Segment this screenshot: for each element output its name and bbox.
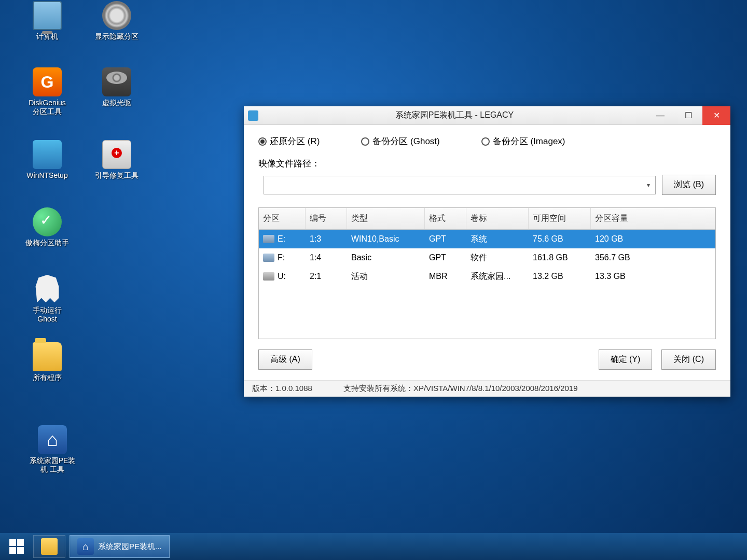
- desktop-icon-winntsetup[interactable]: WinNTSetup: [24, 140, 71, 180]
- ok-button[interactable]: 确定 (Y): [599, 349, 653, 370]
- cell-id: 1:4: [306, 253, 347, 262]
- cell-label: 软件: [466, 253, 529, 263]
- app-icon: [248, 110, 258, 121]
- close-button[interactable]: ✕: [702, 106, 730, 125]
- folder-icon: [41, 538, 58, 555]
- header-id[interactable]: 编号: [306, 208, 347, 229]
- icon-label: 引导修复工具: [95, 171, 139, 180]
- table-header: 分区 编号 类型 格式 卷标 可用空间 分区容量: [259, 208, 715, 230]
- start-button[interactable]: [4, 536, 29, 557]
- toolbox-icon: [102, 140, 131, 169]
- header-size[interactable]: 分区容量: [591, 208, 715, 229]
- ghost-icon: [33, 275, 62, 304]
- desktop-icon-ghost[interactable]: 手动运行 Ghost: [24, 275, 71, 324]
- image-path-row: 映像文件路径：: [258, 158, 716, 170]
- desktop-icon-aomei[interactable]: 傲梅分区助手: [24, 207, 71, 247]
- window-content: 还原分区 (R) 备份分区 (Ghost) 备份分区 (Imagex) 映像文件…: [244, 125, 730, 380]
- support-text: 支持安装所有系统：XP/VISTA/WIN7/8/8.1/10/2003/200…: [343, 384, 578, 394]
- header-type[interactable]: 类型: [347, 208, 425, 229]
- icon-label: 系统家园PE装 机 工具: [30, 456, 76, 474]
- taskbar-file-manager[interactable]: [33, 535, 65, 558]
- table-row[interactable]: E: 1:3 WIN10,Basic GPT 系统 75.6 GB 120 GB: [259, 230, 715, 248]
- cell-size: 120 GB: [591, 234, 715, 244]
- cell-free: 75.6 GB: [529, 234, 591, 244]
- icon-label: WinNTSetup: [26, 171, 67, 180]
- radio-backup-ghost[interactable]: 备份分区 (Ghost): [361, 135, 439, 147]
- radio-label: 备份分区 (Ghost): [372, 135, 439, 147]
- cell-label: 系统: [466, 234, 529, 245]
- disk-icon: [102, 1, 131, 30]
- cell-type: WIN10,Basic: [347, 234, 425, 244]
- setup-icon: [33, 140, 62, 169]
- action-buttons: 高级 (A) 确定 (Y) 关闭 (C): [258, 339, 716, 375]
- cell-id: 1:3: [306, 234, 347, 244]
- cell-free: 161.8 GB: [529, 253, 591, 262]
- pe-tool-window: 系统家园PE装机工具 - LEGACY — ☐ ✕ 还原分区 (R) 备份分区 …: [244, 106, 730, 397]
- icon-label: 手动运行 Ghost: [33, 306, 62, 324]
- desktop-icon-all-programs[interactable]: 所有程序: [24, 342, 71, 382]
- header-label[interactable]: 卷标: [466, 208, 529, 229]
- cell-format: GPT: [425, 253, 466, 262]
- radio-icon: [258, 137, 267, 146]
- cell-format: GPT: [425, 234, 466, 244]
- drive-icon: [263, 272, 274, 281]
- cell-size: 13.3 GB: [591, 272, 715, 281]
- browse-button[interactable]: 浏览 (B): [662, 175, 716, 195]
- header-free[interactable]: 可用空间: [529, 208, 591, 229]
- desktop-icon-virtual-drive[interactable]: 虚拟光驱: [93, 67, 140, 107]
- radio-restore[interactable]: 还原分区 (R): [258, 135, 320, 147]
- chevron-down-icon: ▾: [647, 181, 650, 189]
- icon-label: 虚拟光驱: [102, 99, 131, 107]
- version-text: 版本：1.0.0.1088: [252, 384, 312, 394]
- table-body: E: 1:3 WIN10,Basic GPT 系统 75.6 GB 120 GB…: [259, 230, 715, 286]
- drive-icon: [263, 254, 274, 262]
- drive-letter: E:: [278, 234, 285, 244]
- icon-label: DiskGenius 分区工具: [29, 99, 66, 116]
- checkmark-icon: [33, 207, 62, 236]
- cell-size: 356.7 GB: [591, 253, 715, 262]
- cell-label: 系统家园...: [466, 271, 529, 282]
- cell-type: Basic: [347, 253, 425, 262]
- maximize-button[interactable]: ☐: [674, 106, 702, 125]
- drive-icon: [263, 235, 274, 243]
- cell-free: 13.2 GB: [529, 272, 591, 281]
- radio-label: 还原分区 (R): [270, 135, 320, 147]
- desktop-icon-computer[interactable]: 计算机: [24, 1, 71, 41]
- task-label: 系统家园PE装机...: [98, 542, 162, 552]
- statusbar: 版本：1.0.0.1088 支持安装所有系统：XP/VISTA/WIN7/8/8…: [244, 380, 730, 397]
- desktop-icon-diskgenius[interactable]: G DiskGenius 分区工具: [24, 67, 71, 116]
- folder-icon: [33, 342, 62, 371]
- radio-label: 备份分区 (Imagex): [493, 135, 565, 147]
- header-format[interactable]: 格式: [425, 208, 466, 229]
- titlebar[interactable]: 系统家园PE装机工具 - LEGACY — ☐ ✕: [244, 106, 730, 125]
- advanced-button[interactable]: 高级 (A): [258, 349, 312, 370]
- cancel-button[interactable]: 关闭 (C): [661, 349, 716, 370]
- partition-table: 分区 编号 类型 格式 卷标 可用空间 分区容量 E: 1:3 WIN10,Ba…: [258, 207, 716, 339]
- table-row[interactable]: U: 2:1 活动 MBR 系统家园... 13.2 GB 13.3 GB: [259, 267, 715, 286]
- cell-format: MBR: [425, 272, 466, 281]
- path-label: 映像文件路径：: [258, 158, 320, 170]
- mode-radio-group: 还原分区 (R) 备份分区 (Ghost) 备份分区 (Imagex): [258, 135, 716, 147]
- cell-type: 活动: [347, 271, 425, 282]
- drive-letter: U:: [278, 272, 286, 281]
- minimize-button[interactable]: —: [646, 106, 674, 125]
- radio-icon: [361, 137, 369, 146]
- desktop-icon-show-hidden[interactable]: 显示隐藏分区: [93, 1, 140, 41]
- windows-logo-icon: [9, 539, 24, 554]
- header-partition[interactable]: 分区: [259, 208, 306, 229]
- desktop-icon-boot-repair[interactable]: 引导修复工具: [93, 140, 140, 180]
- radio-backup-imagex[interactable]: 备份分区 (Imagex): [481, 135, 565, 147]
- taskbar-pe-tool[interactable]: 系统家园PE装机...: [70, 535, 170, 558]
- desktop-icon-pe-tool[interactable]: 系统家园PE装 机 工具: [24, 425, 81, 474]
- optical-drive-icon: [102, 67, 131, 96]
- table-row[interactable]: F: 1:4 Basic GPT 软件 161.8 GB 356.7 GB: [259, 248, 715, 267]
- drive-letter: F:: [278, 253, 285, 262]
- taskbar: 系统家园PE装机...: [0, 533, 747, 560]
- icon-label: 显示隐藏分区: [95, 32, 139, 41]
- icon-label: 傲梅分区助手: [25, 239, 69, 247]
- house-icon: [38, 425, 67, 454]
- radio-icon: [481, 137, 490, 146]
- image-path-dropdown[interactable]: ▾: [264, 176, 656, 194]
- monitor-icon: [33, 1, 62, 30]
- icon-label: 所有程序: [33, 373, 62, 382]
